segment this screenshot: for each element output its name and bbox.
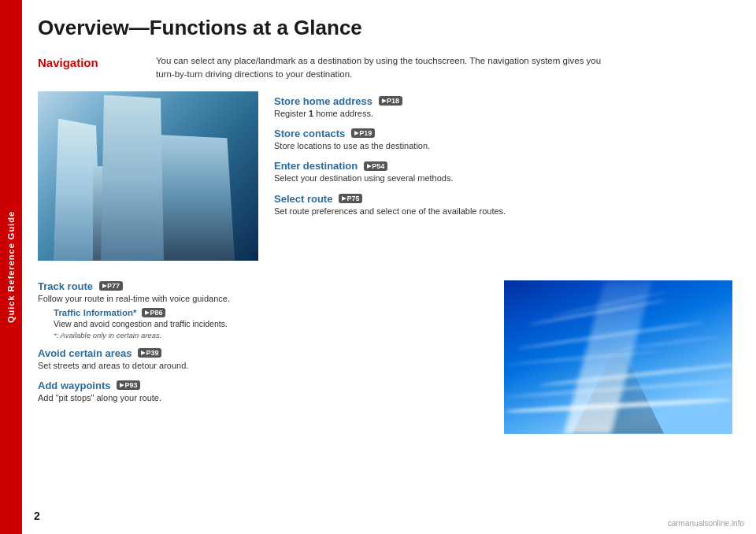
feature-enter-destination-desc: Select your destination using several me… <box>274 172 732 184</box>
feature-track-route: Track route P77 Follow your route in rea… <box>38 280 488 339</box>
feature-store-home-badge: P18 <box>379 96 402 106</box>
feature-store-home: Store home address P18 Register 1 home a… <box>274 95 732 120</box>
feature-store-contacts: Store contacts P19 Store locations to us… <box>274 128 732 152</box>
feature-add-waypoints: Add waypoints P93 Add "pit stops" along … <box>38 380 488 404</box>
sidebar: Quick Reference Guide <box>0 0 22 534</box>
feature-select-route-desc: Set route preferences and select one of … <box>274 206 732 217</box>
road-streaks <box>504 280 732 434</box>
feature-enter-destination: Enter destination P54 Select your destin… <box>274 160 732 184</box>
feature-track-route-badge: P77 <box>99 281 123 291</box>
feature-select-route: Select route P75 Set route preferences a… <box>274 193 732 217</box>
main-content: Overview—Functions at a Glance Navigatio… <box>22 0 756 534</box>
feature-avoid-areas-title: Avoid certain areas P39 <box>38 347 488 359</box>
feature-store-contacts-title: Store contacts P19 <box>274 128 732 139</box>
feature-enter-destination-badge: P54 <box>364 161 387 171</box>
feature-select-route-badge: P75 <box>339 194 362 203</box>
top-content: Store home address P18 Register 1 home a… <box>38 91 732 261</box>
feature-track-route-desc: Follow your route in real-time with voic… <box>38 293 488 305</box>
feature-add-waypoints-desc: Add "pit stops" along your route. <box>38 392 488 404</box>
feature-list: Store home address P18 Register 1 home a… <box>274 91 732 261</box>
feature-add-waypoints-title: Add waypoints P93 <box>38 380 488 391</box>
building-shape-1 <box>140 135 235 261</box>
feature-avoid-areas: Avoid certain areas P39 Set streets and … <box>38 347 488 372</box>
page-number: 2 <box>34 510 40 522</box>
feature-select-route-title: Select route P75 <box>274 193 732 205</box>
bottom-features: Track route P77 Follow your route in rea… <box>38 276 488 434</box>
sub-feature-traffic-note: *: Available only in certain areas. <box>54 331 488 339</box>
page-title: Overview—Functions at a Glance <box>38 16 732 40</box>
section-description: You can select any place/landmark as a d… <box>156 54 613 82</box>
section-title: Navigation <box>38 54 156 69</box>
sub-feature-traffic-title: Traffic Information* P86 <box>54 308 488 317</box>
building-shape-2 <box>93 166 132 261</box>
feature-store-contacts-badge: P19 <box>351 128 375 138</box>
sub-feature-traffic-desc: View and avoid congestion and traffic in… <box>54 318 488 330</box>
sub-feature-traffic-badge: P86 <box>142 308 165 317</box>
feature-avoid-areas-badge: P39 <box>138 348 161 358</box>
bottom-section: Track route P77 Follow your route in rea… <box>38 276 732 434</box>
feature-store-contacts-desc: Store locations to use as the destinatio… <box>274 140 732 152</box>
feature-avoid-areas-desc: Set streets and areas to detour around. <box>38 360 488 372</box>
nav-header: Navigation You can select any place/land… <box>38 54 732 82</box>
feature-track-route-title: Track route P77 <box>38 280 488 292</box>
building-image <box>38 91 258 261</box>
feature-add-waypoints-badge: P93 <box>117 380 140 390</box>
sidebar-label: Quick Reference Guide <box>6 211 16 323</box>
feature-enter-destination-title: Enter destination P54 <box>274 160 732 172</box>
road-image <box>504 280 732 434</box>
sub-feature-traffic: Traffic Information* P86 View and avoid … <box>54 308 488 339</box>
feature-store-home-title: Store home address P18 <box>274 95 732 107</box>
feature-store-home-desc: Register 1 home address. <box>274 108 732 120</box>
watermark: carmanualsonline.info <box>668 519 744 528</box>
